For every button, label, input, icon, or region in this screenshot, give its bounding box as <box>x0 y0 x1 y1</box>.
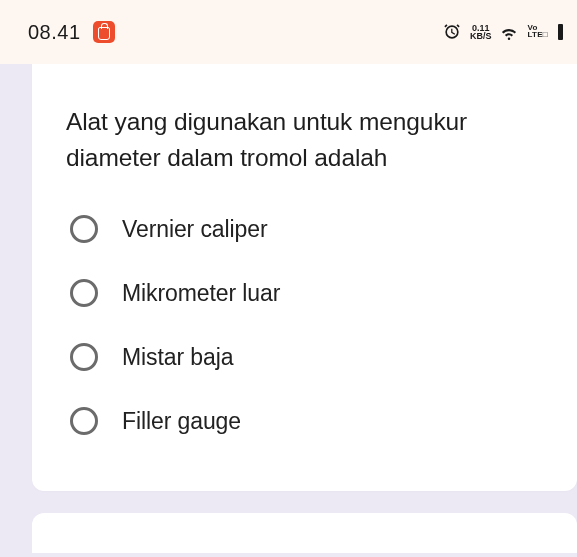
radio-icon <box>70 407 98 435</box>
option-3[interactable]: Filler gauge <box>70 407 547 435</box>
content-area: Alat yang digunakan untuk mengukur diame… <box>0 64 577 553</box>
options-group: Vernier caliper Mikrometer luar Mistar b… <box>66 215 547 435</box>
radio-icon <box>70 215 98 243</box>
option-0[interactable]: Vernier caliper <box>70 215 547 243</box>
question-text: Alat yang digunakan untuk mengukur diame… <box>66 104 547 175</box>
alarm-icon <box>442 22 462 42</box>
status-left: 08.41 <box>28 21 115 44</box>
option-2[interactable]: Mistar baja <box>70 343 547 371</box>
wifi-icon <box>499 22 519 42</box>
volte-indicator: Vo LTE□ <box>527 25 548 39</box>
clock: 08.41 <box>28 21 81 44</box>
option-label: Mistar baja <box>122 344 233 371</box>
option-label: Vernier caliper <box>122 216 268 243</box>
status-right: 0.11 KB/S Vo LTE□ <box>442 22 563 42</box>
shopee-icon <box>93 21 115 43</box>
option-label: Filler gauge <box>122 408 241 435</box>
question-card: Alat yang digunakan untuk mengukur diame… <box>32 64 577 491</box>
option-label: Mikrometer luar <box>122 280 280 307</box>
next-card-peek <box>32 513 577 553</box>
status-bar: 08.41 0.11 KB/S Vo LTE□ <box>0 0 577 64</box>
radio-icon <box>70 343 98 371</box>
battery-icon <box>558 24 563 40</box>
option-1[interactable]: Mikrometer luar <box>70 279 547 307</box>
network-speed: 0.11 KB/S <box>470 24 492 40</box>
radio-icon <box>70 279 98 307</box>
